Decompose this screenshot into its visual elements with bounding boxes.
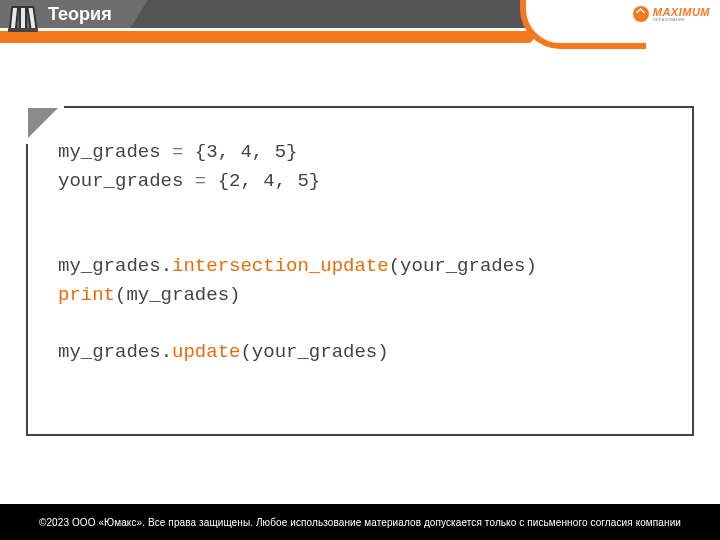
header: Теория MAXIMUM ОБРАЗОВАНИЕ (0, 0, 720, 38)
code-dot: . (161, 255, 172, 277)
code-dot: . (161, 341, 172, 363)
header-stripe-orange (0, 31, 530, 43)
slide: Теория MAXIMUM ОБРАЗОВАНИЕ my_grades = {… (0, 0, 720, 540)
code-val: {2, 4, 5} (218, 170, 321, 192)
code-method: update (172, 341, 240, 363)
code-content: my_grades = {3, 4, 5} your_grades = {2, … (58, 138, 672, 366)
header-curve (520, 0, 640, 43)
brand-tagline: ОБРАЗОВАНИЕ (653, 18, 710, 22)
code-op: = (161, 141, 195, 163)
copyright-text: ©2023 ООО «Юмакс». Все права защищены. Л… (39, 517, 681, 528)
brand-logo-text: MAXIMUM ОБРАЗОВАНИЕ (653, 7, 710, 22)
page-title: Теория (48, 4, 112, 25)
footer: ©2023 ООО «Юмакс». Все права защищены. Л… (0, 504, 720, 540)
code-obj: my_grades (58, 341, 161, 363)
code-box: my_grades = {3, 4, 5} your_grades = {2, … (26, 106, 694, 436)
code-args: (your_grades) (240, 341, 388, 363)
code-op: = (183, 170, 217, 192)
code-obj: my_grades (58, 255, 161, 277)
code-args: (your_grades) (389, 255, 537, 277)
books-icon (8, 2, 40, 34)
code-var: your_grades (58, 170, 183, 192)
code-var: my_grades (58, 141, 161, 163)
code-builtin: print (58, 284, 115, 306)
brand-logo: MAXIMUM ОБРАЗОВАНИЕ (633, 6, 710, 22)
brand-name: MAXIMUM (653, 7, 710, 18)
code-val: {3, 4, 5} (195, 141, 298, 163)
brand-logo-mark-icon (633, 6, 649, 22)
code-args: (my_grades) (115, 284, 240, 306)
code-method: intersection_update (172, 255, 389, 277)
